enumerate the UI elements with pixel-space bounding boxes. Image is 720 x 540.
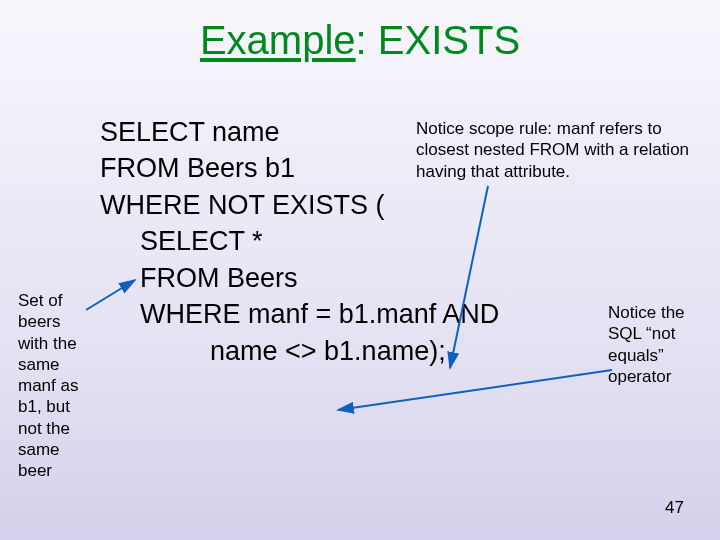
code-line: FROM Beers (100, 260, 660, 296)
code-line: name <> b1.name); (100, 333, 660, 369)
title-rest: : EXISTS (356, 18, 521, 62)
code-line: WHERE NOT EXISTS ( (100, 187, 660, 223)
slide-title: Example: EXISTS (30, 18, 690, 63)
annotation-scope-rule: Notice scope rule: manf refers to closes… (416, 118, 706, 182)
code-line: WHERE manf = b1.manf AND (100, 296, 660, 332)
code-line: SELECT * (100, 223, 660, 259)
annotation-set-of-beers: Set of beers with the same manf as b1, b… (18, 290, 93, 481)
annotation-not-equals: Notice the SQL “not equals” operator (608, 302, 704, 387)
title-underlined: Example (200, 18, 356, 62)
arrow-line (338, 370, 612, 410)
page-number: 47 (665, 498, 684, 518)
slide: Example: EXISTS SELECT name FROM Beers b… (0, 0, 720, 540)
